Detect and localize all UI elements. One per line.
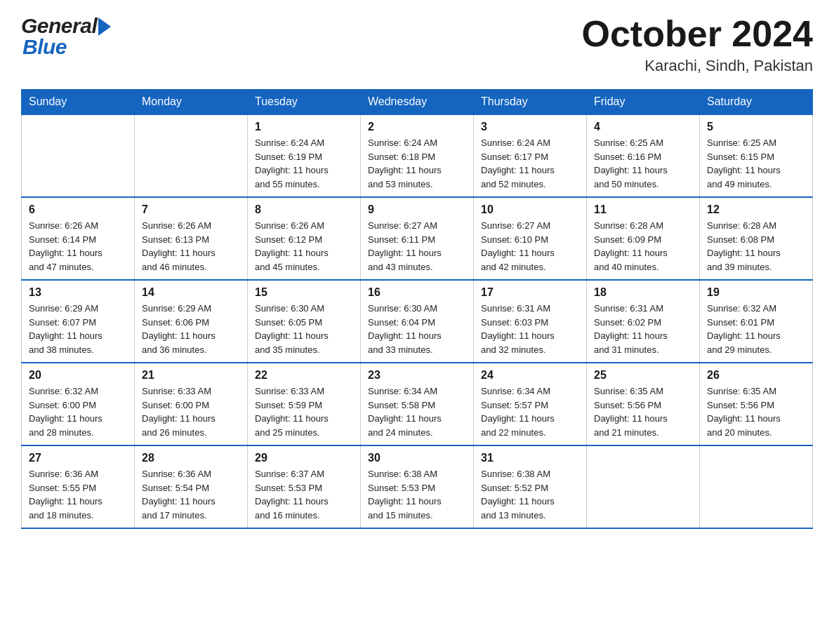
page-header: General Blue October 2024 Karachi, Sindh… [21, 14, 813, 75]
cell-day-number: 8 [255, 203, 353, 216]
calendar-cell: 31Sunrise: 6:38 AM Sunset: 5:52 PM Dayli… [474, 445, 587, 528]
calendar-cell: 5Sunrise: 6:25 AM Sunset: 6:15 PM Daylig… [700, 114, 813, 197]
cell-day-number: 14 [142, 286, 240, 299]
calendar-cell [135, 114, 248, 197]
logo: General Blue [21, 14, 111, 59]
cell-day-number: 25 [594, 369, 692, 382]
calendar-cell: 30Sunrise: 6:38 AM Sunset: 5:53 PM Dayli… [361, 445, 474, 528]
cell-info: Sunrise: 6:27 AM Sunset: 6:11 PM Dayligh… [368, 219, 466, 274]
calendar-cell [587, 445, 700, 528]
calendar-cell [700, 445, 813, 528]
cell-day-number: 17 [481, 286, 579, 299]
calendar-cell: 14Sunrise: 6:29 AM Sunset: 6:06 PM Dayli… [135, 280, 248, 363]
cell-info: Sunrise: 6:31 AM Sunset: 6:03 PM Dayligh… [481, 302, 579, 356]
cell-day-number: 13 [29, 286, 127, 299]
cell-day-number: 18 [594, 286, 692, 299]
cell-info: Sunrise: 6:33 AM Sunset: 5:59 PM Dayligh… [255, 384, 353, 439]
calendar-week-row: 27Sunrise: 6:36 AM Sunset: 5:55 PM Dayli… [22, 445, 813, 528]
calendar-cell: 16Sunrise: 6:30 AM Sunset: 6:04 PM Dayli… [361, 280, 474, 363]
cell-day-number: 15 [255, 286, 353, 299]
cell-info: Sunrise: 6:35 AM Sunset: 5:56 PM Dayligh… [707, 384, 805, 439]
day-header-saturday: Saturday [700, 90, 813, 115]
day-header-friday: Friday [587, 90, 700, 115]
day-header-thursday: Thursday [474, 90, 587, 115]
cell-info: Sunrise: 6:24 AM Sunset: 6:18 PM Dayligh… [368, 136, 466, 191]
calendar-cell: 15Sunrise: 6:30 AM Sunset: 6:05 PM Dayli… [248, 280, 361, 363]
calendar-cell: 11Sunrise: 6:28 AM Sunset: 6:09 PM Dayli… [587, 197, 700, 280]
logo-general-text: General [21, 14, 97, 38]
day-header-wednesday: Wednesday [361, 90, 474, 115]
cell-info: Sunrise: 6:27 AM Sunset: 6:10 PM Dayligh… [481, 219, 579, 274]
cell-day-number: 31 [481, 452, 579, 464]
cell-day-number: 22 [255, 369, 353, 382]
calendar-cell: 10Sunrise: 6:27 AM Sunset: 6:10 PM Dayli… [474, 197, 587, 280]
calendar-cell: 28Sunrise: 6:36 AM Sunset: 5:54 PM Dayli… [135, 445, 248, 528]
cell-day-number: 30 [368, 452, 466, 464]
cell-info: Sunrise: 6:25 AM Sunset: 6:16 PM Dayligh… [594, 136, 692, 191]
calendar-table: SundayMondayTuesdayWednesdayThursdayFrid… [21, 89, 813, 529]
cell-info: Sunrise: 6:29 AM Sunset: 6:06 PM Dayligh… [142, 302, 240, 356]
cell-info: Sunrise: 6:28 AM Sunset: 6:08 PM Dayligh… [707, 219, 805, 274]
calendar-cell: 8Sunrise: 6:26 AM Sunset: 6:12 PM Daylig… [248, 197, 361, 280]
calendar-cell: 1Sunrise: 6:24 AM Sunset: 6:19 PM Daylig… [248, 114, 361, 197]
cell-info: Sunrise: 6:38 AM Sunset: 5:52 PM Dayligh… [481, 467, 579, 522]
cell-day-number: 10 [481, 203, 579, 216]
cell-day-number: 4 [594, 121, 692, 133]
cell-day-number: 6 [29, 203, 127, 216]
calendar-cell: 13Sunrise: 6:29 AM Sunset: 6:07 PM Dayli… [22, 280, 135, 363]
calendar-week-row: 13Sunrise: 6:29 AM Sunset: 6:07 PM Dayli… [22, 280, 813, 363]
calendar-title: October 2024 [582, 14, 814, 54]
cell-info: Sunrise: 6:31 AM Sunset: 6:02 PM Dayligh… [594, 302, 692, 356]
cell-day-number: 19 [707, 286, 805, 299]
cell-day-number: 24 [481, 369, 579, 382]
cell-info: Sunrise: 6:30 AM Sunset: 6:04 PM Dayligh… [368, 302, 466, 356]
calendar-cell: 24Sunrise: 6:34 AM Sunset: 5:57 PM Dayli… [474, 363, 587, 445]
calendar-cell: 26Sunrise: 6:35 AM Sunset: 5:56 PM Dayli… [700, 363, 813, 445]
cell-info: Sunrise: 6:25 AM Sunset: 6:15 PM Dayligh… [707, 136, 805, 191]
cell-day-number: 26 [707, 369, 805, 382]
cell-day-number: 20 [29, 369, 127, 382]
calendar-cell: 23Sunrise: 6:34 AM Sunset: 5:58 PM Dayli… [361, 363, 474, 445]
cell-info: Sunrise: 6:26 AM Sunset: 6:13 PM Dayligh… [142, 219, 240, 274]
calendar-week-row: 6Sunrise: 6:26 AM Sunset: 6:14 PM Daylig… [22, 197, 813, 280]
calendar-cell: 18Sunrise: 6:31 AM Sunset: 6:02 PM Dayli… [587, 280, 700, 363]
calendar-cell: 4Sunrise: 6:25 AM Sunset: 6:16 PM Daylig… [587, 114, 700, 197]
cell-info: Sunrise: 6:32 AM Sunset: 6:01 PM Dayligh… [707, 302, 805, 356]
calendar-cell: 21Sunrise: 6:33 AM Sunset: 6:00 PM Dayli… [135, 363, 248, 445]
calendar-subtitle: Karachi, Sindh, Pakistan [582, 57, 814, 75]
cell-day-number: 27 [29, 452, 127, 464]
cell-day-number: 2 [368, 121, 466, 133]
cell-day-number: 3 [481, 121, 579, 133]
cell-info: Sunrise: 6:32 AM Sunset: 6:00 PM Dayligh… [29, 384, 127, 439]
cell-info: Sunrise: 6:36 AM Sunset: 5:54 PM Dayligh… [142, 467, 240, 522]
cell-day-number: 9 [368, 203, 466, 216]
cell-info: Sunrise: 6:26 AM Sunset: 6:12 PM Dayligh… [255, 219, 353, 274]
cell-day-number: 23 [368, 369, 466, 382]
cell-info: Sunrise: 6:26 AM Sunset: 6:14 PM Dayligh… [29, 219, 127, 274]
calendar-cell: 3Sunrise: 6:24 AM Sunset: 6:17 PM Daylig… [474, 114, 587, 197]
cell-day-number: 29 [255, 452, 353, 464]
cell-info: Sunrise: 6:24 AM Sunset: 6:19 PM Dayligh… [255, 136, 353, 191]
calendar-week-row: 20Sunrise: 6:32 AM Sunset: 6:00 PM Dayli… [22, 363, 813, 445]
day-header-tuesday: Tuesday [248, 90, 361, 115]
cell-info: Sunrise: 6:35 AM Sunset: 5:56 PM Dayligh… [594, 384, 692, 439]
logo-blue-text: Blue [22, 35, 67, 59]
cell-info: Sunrise: 6:34 AM Sunset: 5:57 PM Dayligh… [481, 384, 579, 439]
calendar-cell: 22Sunrise: 6:33 AM Sunset: 5:59 PM Dayli… [248, 363, 361, 445]
calendar-cell: 20Sunrise: 6:32 AM Sunset: 6:00 PM Dayli… [22, 363, 135, 445]
day-header-sunday: Sunday [22, 90, 135, 115]
cell-info: Sunrise: 6:38 AM Sunset: 5:53 PM Dayligh… [368, 467, 466, 522]
calendar-cell: 19Sunrise: 6:32 AM Sunset: 6:01 PM Dayli… [700, 280, 813, 363]
cell-info: Sunrise: 6:29 AM Sunset: 6:07 PM Dayligh… [29, 302, 127, 356]
calendar-cell: 7Sunrise: 6:26 AM Sunset: 6:13 PM Daylig… [135, 197, 248, 280]
calendar-cell: 12Sunrise: 6:28 AM Sunset: 6:08 PM Dayli… [700, 197, 813, 280]
cell-day-number: 21 [142, 369, 240, 382]
cell-day-number: 12 [707, 203, 805, 216]
cell-day-number: 5 [707, 121, 805, 133]
cell-day-number: 11 [594, 203, 692, 216]
calendar-cell: 2Sunrise: 6:24 AM Sunset: 6:18 PM Daylig… [361, 114, 474, 197]
cell-info: Sunrise: 6:28 AM Sunset: 6:09 PM Dayligh… [594, 219, 692, 274]
calendar-cell: 25Sunrise: 6:35 AM Sunset: 5:56 PM Dayli… [587, 363, 700, 445]
calendar-week-row: 1Sunrise: 6:24 AM Sunset: 6:19 PM Daylig… [22, 114, 813, 197]
cell-day-number: 7 [142, 203, 240, 216]
